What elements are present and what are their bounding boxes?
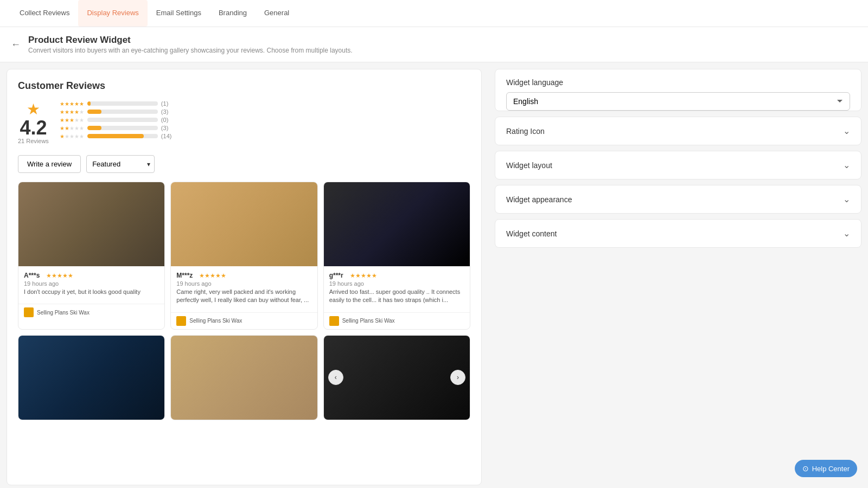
widget-appearance-section: Widget appearance ⌄ xyxy=(495,185,861,214)
review-card xyxy=(18,335,165,420)
widget-content-title: Widget content xyxy=(506,229,557,238)
rating-bar-3: ★★★★★ (0) xyxy=(60,117,172,123)
rating-icon-header[interactable]: Rating Icon ⌄ xyxy=(506,126,850,136)
actions-row: Write a review FeaturedMost RecentHighes… xyxy=(18,155,470,173)
bar-count: (1) xyxy=(161,100,172,107)
main-layout: Customer Reviews ★ 4.2 21 Reviews ★★★★★ … xyxy=(0,62,868,488)
bar-background xyxy=(87,110,158,114)
tab-branding[interactable]: Branding xyxy=(210,0,256,27)
bar-fill xyxy=(87,126,101,130)
bar-count: (0) xyxy=(161,117,172,123)
preview-scroll[interactable]: Customer Reviews ★ 4.2 21 Reviews ★★★★★ … xyxy=(7,69,481,485)
chevron-icon-2: ⌄ xyxy=(843,160,850,170)
review-image xyxy=(324,182,470,266)
review-product: Selling Plans Ski Wax xyxy=(18,304,164,320)
rating-bar-4: ★★★★★ (3) xyxy=(60,108,172,115)
bar-background xyxy=(87,118,158,122)
sort-wrapper: FeaturedMost RecentHighest RatingLowest … xyxy=(86,155,155,173)
top-navigation: Collect Reviews Display Reviews Email Se… xyxy=(0,0,868,27)
review-image: ‹ › xyxy=(324,336,470,420)
review-card: A***s ★★★★★ 19 hours ago I don't occupy … xyxy=(18,182,165,330)
language-label: Widget language xyxy=(506,78,850,87)
write-review-button[interactable]: Write a review xyxy=(18,155,81,173)
carousel-prev[interactable]: ‹ xyxy=(328,370,343,385)
product-name: Selling Plans Ski Wax xyxy=(189,318,242,324)
rating-count: 21 Reviews xyxy=(18,138,49,144)
review-product: Selling Plans Ski Wax xyxy=(171,312,317,329)
language-select[interactable]: EnglishSpanishFrenchGermanItalianPortugu… xyxy=(506,92,850,111)
rating-score: 4.2 xyxy=(20,118,47,138)
review-card: ‹ › xyxy=(323,335,470,420)
back-icon[interactable]: ← xyxy=(11,39,21,50)
reviewer-name: M***z xyxy=(176,272,193,279)
bar-fill xyxy=(87,110,101,114)
review-time: 19 hours ago xyxy=(24,280,159,287)
widget-layout-title: Widget layout xyxy=(506,161,552,170)
rating-bar-5: ★★★★★ (1) xyxy=(60,100,172,107)
review-image xyxy=(18,336,164,420)
review-time: 19 hours ago xyxy=(329,280,464,287)
review-card: M***z ★★★★★ 19 hours ago Came right, ver… xyxy=(170,182,317,330)
widget-appearance-title: Widget appearance xyxy=(506,195,572,204)
sort-select[interactable]: FeaturedMost RecentHighest RatingLowest … xyxy=(86,155,155,173)
help-button[interactable]: ⊙ Help Center xyxy=(795,460,857,477)
product-thumbnail xyxy=(24,307,34,317)
page-title: Product Review Widget xyxy=(28,35,353,46)
tab-general[interactable]: General xyxy=(256,0,298,27)
widget-layout-header[interactable]: Widget layout ⌄ xyxy=(506,160,850,170)
rating-summary: ★ 4.2 21 Reviews ★★★★★ (1) ★★★★★ (3) ★★★… xyxy=(18,100,470,144)
rating-big: ★ 4.2 21 Reviews xyxy=(18,100,49,144)
chevron-icon-3: ⌄ xyxy=(843,194,850,204)
bar-fill xyxy=(87,101,91,106)
preview-panel: Customer Reviews ★ 4.2 21 Reviews ★★★★★ … xyxy=(7,69,482,485)
product-thumbnail xyxy=(329,316,339,326)
review-card xyxy=(170,335,317,420)
section-title: Customer Reviews xyxy=(18,80,470,92)
product-thumbnail xyxy=(176,316,186,326)
review-text: I don't occupy it yet, but it looks good… xyxy=(24,288,159,296)
bar-background xyxy=(87,101,158,106)
product-name: Selling Plans Ski Wax xyxy=(37,310,90,316)
widget-layout-section: Widget layout ⌄ xyxy=(495,151,861,179)
help-icon: ⊙ xyxy=(802,464,809,473)
review-image xyxy=(18,182,164,266)
bar-count: (3) xyxy=(161,108,172,115)
chevron-icon: ⌄ xyxy=(843,126,850,136)
language-section: Widget language EnglishSpanishFrenchGerm… xyxy=(495,69,861,111)
bar-background xyxy=(87,134,158,138)
tab-email-settings[interactable]: Email Settings xyxy=(148,0,210,27)
chevron-icon-4: ⌄ xyxy=(843,228,850,239)
tab-collect-reviews[interactable]: Collect Reviews xyxy=(11,0,78,27)
product-name: Selling Plans Ski Wax xyxy=(342,318,395,324)
reviewer-name: g***r xyxy=(329,272,343,279)
review-stars: ★★★★★ xyxy=(199,272,226,279)
bar-background xyxy=(87,126,158,130)
right-panel: Widget language EnglishSpanishFrenchGerm… xyxy=(488,62,868,488)
review-stars: ★★★★★ xyxy=(46,272,73,279)
widget-content-header[interactable]: Widget content ⌄ xyxy=(506,228,850,239)
rating-bar-2: ★★★★★ (3) xyxy=(60,125,172,131)
review-grid: A***s ★★★★★ 19 hours ago I don't occupy … xyxy=(18,182,470,420)
widget-appearance-header[interactable]: Widget appearance ⌄ xyxy=(506,194,850,204)
rating-bar-1: ★★★★★ (14) xyxy=(60,133,172,139)
review-info: g***r ★★★★★ 19 hours ago Arrived too fas… xyxy=(324,266,470,310)
review-info: A***s ★★★★★ 19 hours ago I don't occupy … xyxy=(18,266,164,301)
bar-count: (14) xyxy=(161,133,172,139)
carousel-next[interactable]: › xyxy=(450,370,465,385)
page-subtitle: Convert visitors into buyers with an eye… xyxy=(28,47,353,54)
reviewer-name: A***s xyxy=(24,272,40,279)
review-time: 19 hours ago xyxy=(176,280,311,287)
tab-display-reviews[interactable]: Display Reviews xyxy=(78,0,147,27)
page-header: ← Product Review Widget Convert visitors… xyxy=(0,27,868,62)
review-image xyxy=(171,182,317,266)
review-product: Selling Plans Ski Wax xyxy=(324,312,470,329)
review-card: g***r ★★★★★ 19 hours ago Arrived too fas… xyxy=(323,182,470,330)
review-text: Came right, very well packed and it's wo… xyxy=(176,288,311,305)
rating-icon-title: Rating Icon xyxy=(506,127,545,136)
big-star: ★ xyxy=(27,100,40,118)
widget-content-section: Widget content ⌄ xyxy=(495,219,861,248)
bar-fill xyxy=(87,134,144,138)
rating-icon-section: Rating Icon ⌄ xyxy=(495,117,861,145)
review-info: M***z ★★★★★ 19 hours ago Came right, ver… xyxy=(171,266,317,310)
help-label: Help Center xyxy=(812,465,850,473)
